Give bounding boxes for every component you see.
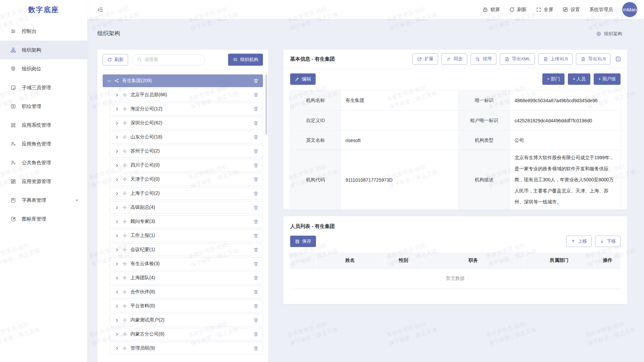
avatar[interactable]: mMan <box>622 2 637 17</box>
tree-refresh-button[interactable]: 刷新 <box>103 54 128 65</box>
edit-button[interactable]: 编辑 <box>290 73 316 85</box>
sidebar-item-subdomain-admin[interactable]: 子域三员管理 <box>0 78 87 97</box>
export-xls-button[interactable]: 导出XLS <box>576 53 610 65</box>
delete-icon[interactable] <box>253 331 259 337</box>
chevron-right-icon[interactable] <box>115 149 119 154</box>
add-user-group-button[interactable]: + 用户组 <box>594 73 621 85</box>
drag-handle-icon[interactable] <box>122 318 127 322</box>
tree-node[interactable]: 工作上报(1) <box>109 229 263 242</box>
upload-xls-button[interactable]: 上传XLS <box>538 53 573 65</box>
chevron-right-icon[interactable] <box>115 304 119 308</box>
chevron-right-icon[interactable] <box>115 220 119 224</box>
tree-node[interactable]: 上海子公司(2) <box>109 187 263 200</box>
delete-icon[interactable] <box>253 134 259 140</box>
tree-node[interactable]: 会议纪要(1) <box>109 243 263 256</box>
sort-button[interactable]: 排序 <box>471 53 496 65</box>
sidebar-item-position-mgmt[interactable]: 职位管理 <box>0 97 87 116</box>
delete-icon[interactable] <box>253 289 259 295</box>
drag-handle-icon[interactable] <box>122 93 127 97</box>
chevron-right-icon[interactable] <box>115 318 119 322</box>
chevron-right-icon[interactable] <box>115 191 119 196</box>
sidebar-item-dictionary[interactable]: 字典表管理 <box>0 191 87 209</box>
delete-icon[interactable] <box>253 78 259 83</box>
delete-icon[interactable] <box>253 247 259 252</box>
delete-icon[interactable] <box>253 92 259 98</box>
sidebar-item-app-resource[interactable]: 应用资源管理 <box>0 172 87 191</box>
chevron-right-icon[interactable] <box>115 234 119 238</box>
drag-handle-icon[interactable] <box>122 149 127 154</box>
add-person-button[interactable]: + 人员 <box>568 73 590 85</box>
move-down-button[interactable]: 下移 <box>595 236 621 247</box>
chevron-right-icon[interactable] <box>115 163 119 168</box>
menu-fold-icon[interactable] <box>97 7 103 13</box>
sidebar-item-icon-library[interactable]: 图标库管理 <box>0 209 87 228</box>
sidebar-item-public-role[interactable]: 公共角色管理 <box>0 153 87 172</box>
delete-icon[interactable] <box>253 106 259 112</box>
chevron-right-icon[interactable] <box>115 248 119 252</box>
drag-handle-icon[interactable] <box>122 191 127 196</box>
drag-handle-icon[interactable] <box>122 332 127 337</box>
drag-handle-icon[interactable] <box>122 247 127 252</box>
org-structure-button[interactable]: 组织机构 <box>228 54 263 66</box>
export-xml-button[interactable]: 导出XML <box>500 53 535 65</box>
delete-icon[interactable] <box>253 346 259 351</box>
move-up-button[interactable]: 上移 <box>566 236 592 247</box>
sidebar-item-console[interactable]: 控制台 <box>0 22 87 41</box>
tree-node[interactable]: 高级副总(4) <box>109 201 263 214</box>
chevron-right-icon[interactable] <box>115 290 119 294</box>
sidebar-item-app-system[interactable]: 应用系统管理 <box>0 116 87 134</box>
chevron-right-icon[interactable] <box>115 107 119 111</box>
chevron-right-icon[interactable] <box>115 121 119 125</box>
drag-handle-icon[interactable] <box>122 261 127 266</box>
save-button[interactable]: 保存 <box>290 236 316 247</box>
delete-icon[interactable] <box>253 303 259 309</box>
delete-icon[interactable] <box>253 317 259 323</box>
delete-icon[interactable] <box>253 261 259 266</box>
username[interactable]: 系统管理员 <box>589 7 613 13</box>
tree-root-node[interactable]: 有生集团(209) <box>103 74 263 87</box>
collapse-panel-icon[interactable] <box>615 56 621 62</box>
drag-handle-icon[interactable] <box>122 163 127 168</box>
tree-node[interactable]: 四川子公司(0) <box>109 159 263 172</box>
delete-icon[interactable] <box>253 275 259 281</box>
chevron-right-icon[interactable] <box>115 276 119 280</box>
tree-node[interactable]: 平台资料(0) <box>109 300 263 312</box>
tree-node[interactable]: 合作伙伴(8) <box>109 286 263 298</box>
add-department-button[interactable]: + 部门 <box>542 73 565 85</box>
drag-handle-icon[interactable] <box>122 233 127 238</box>
drag-handle-icon[interactable] <box>122 107 127 111</box>
tree-node[interactable]: 有生云体验(3) <box>109 257 263 270</box>
drag-handle-icon[interactable] <box>122 177 127 182</box>
chevron-right-icon[interactable] <box>115 262 119 266</box>
delete-icon[interactable] <box>253 177 259 182</box>
sync-button[interactable]: 同步 <box>441 53 467 65</box>
search-input[interactable] <box>145 57 201 62</box>
tree-node[interactable]: 顾问专家(3) <box>109 215 263 228</box>
sidebar-item-org-structure[interactable]: 组织架构 <box>0 41 87 59</box>
sidebar-item-app-role[interactable]: 应用角色管理 <box>0 134 87 153</box>
settings-button[interactable]: 设置 <box>562 7 580 13</box>
tree-node[interactable]: 山东分公司(18) <box>109 131 263 143</box>
delete-icon[interactable] <box>253 120 259 126</box>
expand-button[interactable]: 扩展 <box>412 53 438 65</box>
drag-handle-icon[interactable] <box>122 121 127 125</box>
delete-icon[interactable] <box>253 163 259 168</box>
tree-scrollbar[interactable] <box>265 74 267 135</box>
tree-node[interactable]: 海淀分公司(12) <box>109 103 263 115</box>
tree-node[interactable]: 北京平台总部(66) <box>109 88 263 101</box>
drag-handle-icon[interactable] <box>122 346 127 351</box>
delete-icon[interactable] <box>253 191 259 196</box>
delete-icon[interactable] <box>253 148 259 154</box>
tree-node[interactable]: 内蒙测试用户(2) <box>109 314 263 326</box>
delete-icon[interactable] <box>253 219 259 224</box>
tree-node[interactable]: 上海团队(4) <box>109 272 263 284</box>
delete-icon[interactable] <box>253 205 259 210</box>
chevron-right-icon[interactable] <box>115 205 119 210</box>
drag-handle-icon[interactable] <box>122 290 127 294</box>
fullscreen-button[interactable]: 全屏 <box>536 7 553 13</box>
drag-handle-icon[interactable] <box>122 205 127 210</box>
tree-node[interactable]: 管理员组(9) <box>109 342 263 355</box>
chevron-right-icon[interactable] <box>115 135 119 139</box>
refresh-button[interactable]: 刷新 <box>509 7 527 13</box>
drag-handle-icon[interactable] <box>122 219 127 224</box>
